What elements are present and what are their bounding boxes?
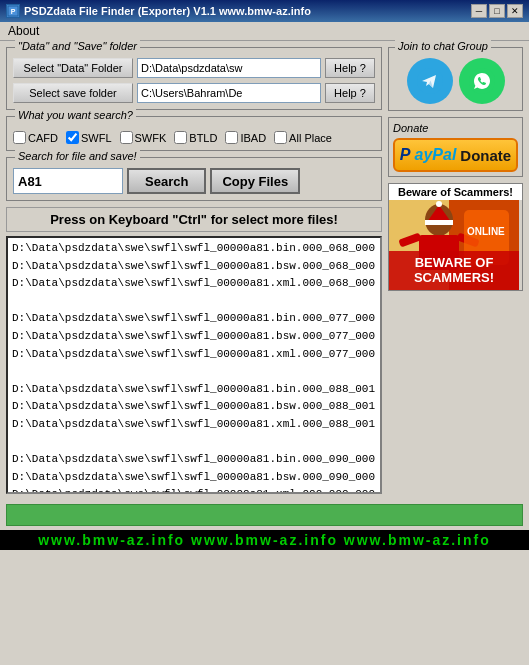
result-line[interactable]: D:\Data\psdzdata\swe\swfl\swfl_00000a81.…	[12, 486, 376, 494]
donate-title: Donate	[393, 122, 518, 134]
search-type-group: What you want search? CAFD SWFL SWFK BTL…	[6, 116, 382, 151]
help1-button[interactable]: Help ?	[325, 58, 375, 78]
scammer-box[interactable]: Beware of Scammers!	[388, 183, 523, 291]
chat-icons	[395, 58, 516, 104]
search-file-title: Search for file and save!	[15, 150, 140, 162]
swfl-checkbox[interactable]	[66, 131, 79, 144]
allplace-label: All Place	[289, 132, 332, 144]
chat-group-title: Join to chat Group	[395, 40, 491, 52]
result-line[interactable]	[12, 363, 376, 381]
select-data-folder-button[interactable]: Select "Data" Folder	[13, 58, 133, 78]
results-area[interactable]: D:\Data\psdzdata\swe\swfl\swfl_00000a81.…	[6, 236, 382, 494]
progress-bar	[6, 504, 523, 526]
btld-checkbox-item[interactable]: BTLD	[174, 131, 217, 144]
folder-group-title: "Data" and "Save" folder	[15, 40, 140, 52]
allplace-checkbox-item[interactable]: All Place	[274, 131, 332, 144]
scammer-image: ONLINE BEWARE OFSCAMMERS!	[389, 200, 519, 290]
swfk-checkbox[interactable]	[120, 131, 133, 144]
copy-files-button[interactable]: Copy Files	[210, 168, 300, 194]
result-line[interactable]: D:\Data\psdzdata\swe\swfl\swfl_00000a81.…	[12, 346, 376, 364]
search-input[interactable]	[13, 168, 123, 194]
folder-group: "Data" and "Save" folder Select "Data" F…	[6, 47, 382, 110]
scammer-warning-overlay: BEWARE OFSCAMMERS!	[389, 251, 519, 290]
watermark: www.bmw-az.info www.bmw-az.info www.bmw-…	[0, 530, 529, 550]
menu-bar: About	[0, 22, 529, 41]
left-panel: "Data" and "Save" folder Select "Data" F…	[6, 47, 382, 494]
search-row: Search Copy Files	[13, 168, 375, 194]
press-info: Press on Keyboard "Ctrl" for select more…	[6, 207, 382, 232]
right-panel: Join to chat Group	[388, 47, 523, 494]
result-line[interactable]: D:\Data\psdzdata\swe\swfl\swfl_00000a81.…	[12, 398, 376, 416]
window-title: PSDZdata File Finder (Exporter) V1.1 www…	[24, 5, 311, 17]
cafd-checkbox[interactable]	[13, 131, 26, 144]
swfl-label: SWFL	[81, 132, 112, 144]
allplace-checkbox[interactable]	[274, 131, 287, 144]
result-line[interactable]: D:\Data\psdzdata\swe\swfl\swfl_00000a81.…	[12, 310, 376, 328]
ibad-checkbox[interactable]	[225, 131, 238, 144]
btld-label: BTLD	[189, 132, 217, 144]
chat-group-box: Join to chat Group	[388, 47, 523, 111]
app-icon: P	[6, 4, 20, 18]
title-bar: P PSDZdata File Finder (Exporter) V1.1 w…	[0, 0, 529, 22]
result-line[interactable]: D:\Data\psdzdata\swe\swfl\swfl_00000a81.…	[12, 328, 376, 346]
svg-point-10	[436, 201, 442, 207]
telegram-button[interactable]	[407, 58, 453, 104]
result-line[interactable]: D:\Data\psdzdata\swe\swfl\swfl_00000a81.…	[12, 381, 376, 399]
result-line[interactable]: D:\Data\psdzdata\swe\swfl\swfl_00000a81.…	[12, 469, 376, 487]
cafd-label: CAFD	[28, 132, 58, 144]
data-folder-path[interactable]	[137, 58, 321, 78]
btld-checkbox[interactable]	[174, 131, 187, 144]
swfk-checkbox-item[interactable]: SWFK	[120, 131, 167, 144]
close-button[interactable]: ✕	[507, 4, 523, 18]
svg-text:P: P	[11, 8, 16, 15]
paypal-logo-p: P	[400, 146, 411, 164]
search-type-title: What you want search?	[15, 109, 136, 121]
save-folder-row: Select save folder Help ?	[13, 83, 375, 103]
minimize-button[interactable]: ─	[471, 4, 487, 18]
donate-button[interactable]: PayPal Donate	[393, 138, 518, 172]
select-save-folder-button[interactable]: Select save folder	[13, 83, 133, 103]
donate-section: Donate PayPal Donate	[388, 117, 523, 177]
about-menu[interactable]: About	[4, 23, 43, 39]
result-line[interactable]: D:\Data\psdzdata\swe\swfl\swfl_00000a81.…	[12, 240, 376, 258]
result-line[interactable]: D:\Data\psdzdata\swe\swfl\swfl_00000a81.…	[12, 275, 376, 293]
scammer-title: Beware of Scammers!	[389, 184, 522, 200]
maximize-button[interactable]: □	[489, 4, 505, 18]
whatsapp-button[interactable]	[459, 58, 505, 104]
result-line[interactable]: D:\Data\psdzdata\swe\swfl\swfl_00000a81.…	[12, 416, 376, 434]
help2-button[interactable]: Help ?	[325, 83, 375, 103]
search-button[interactable]: Search	[127, 168, 206, 194]
paypal-logo-aypal: ayPal	[415, 146, 457, 164]
result-line[interactable]: D:\Data\psdzdata\swe\swfl\swfl_00000a81.…	[12, 451, 376, 469]
svg-rect-9	[425, 220, 453, 225]
window-controls: ─ □ ✕	[471, 4, 523, 18]
ibad-checkbox-item[interactable]: IBAD	[225, 131, 266, 144]
swfk-label: SWFK	[135, 132, 167, 144]
swfl-checkbox-item[interactable]: SWFL	[66, 131, 112, 144]
checkbox-row: CAFD SWFL SWFK BTLD IBAD	[13, 131, 375, 144]
ibad-label: IBAD	[240, 132, 266, 144]
save-folder-path[interactable]	[137, 83, 321, 103]
search-file-group: Search for file and save! Search Copy Fi…	[6, 157, 382, 201]
result-line[interactable]	[12, 293, 376, 311]
cafd-checkbox-item[interactable]: CAFD	[13, 131, 58, 144]
svg-text:ONLINE: ONLINE	[467, 226, 505, 237]
result-line[interactable]	[12, 434, 376, 452]
result-line[interactable]: D:\Data\psdzdata\swe\swfl\swfl_00000a81.…	[12, 258, 376, 276]
data-folder-row: Select "Data" Folder Help ?	[13, 58, 375, 78]
donate-btn-text: Donate	[460, 147, 511, 164]
